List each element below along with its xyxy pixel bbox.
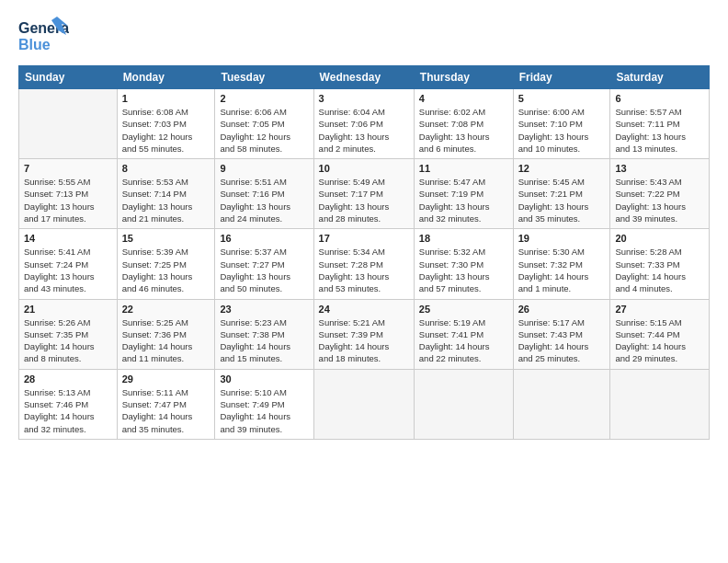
calendar-cell: 23Sunrise: 5:23 AM Sunset: 7:38 PM Dayli… xyxy=(215,299,313,369)
calendar-cell: 10Sunrise: 5:49 AM Sunset: 7:17 PM Dayli… xyxy=(313,159,414,229)
calendar-cell: 18Sunrise: 5:32 AM Sunset: 7:30 PM Dayli… xyxy=(414,229,513,299)
day-info: Sunrise: 5:49 AM Sunset: 7:17 PM Dayligh… xyxy=(319,176,409,224)
day-info: Sunrise: 5:23 AM Sunset: 7:38 PM Dayligh… xyxy=(220,316,308,365)
day-number: 27 xyxy=(615,304,704,315)
day-number: 6 xyxy=(615,93,704,104)
day-number: 19 xyxy=(518,233,606,244)
calendar-week-1: 1Sunrise: 6:08 AM Sunset: 7:03 PM Daylig… xyxy=(19,89,710,159)
day-info: Sunrise: 5:30 AM Sunset: 7:32 PM Dayligh… xyxy=(518,246,606,294)
day-number: 29 xyxy=(122,373,210,385)
day-number: 21 xyxy=(24,304,112,315)
day-number: 12 xyxy=(518,163,606,174)
calendar-cell: 17Sunrise: 5:34 AM Sunset: 7:28 PM Dayli… xyxy=(313,229,414,299)
svg-text:Blue: Blue xyxy=(18,37,51,52)
day-number: 17 xyxy=(319,233,409,244)
calendar-cell xyxy=(19,89,118,159)
day-number: 7 xyxy=(24,163,112,174)
logo-icon: GeneralBlue xyxy=(18,15,69,56)
day-info: Sunrise: 6:04 AM Sunset: 7:06 PM Dayligh… xyxy=(319,106,409,155)
calendar-cell: 12Sunrise: 5:45 AM Sunset: 7:21 PM Dayli… xyxy=(513,159,610,229)
calendar-cell: 24Sunrise: 5:21 AM Sunset: 7:39 PM Dayli… xyxy=(313,299,414,369)
day-number: 3 xyxy=(319,93,409,104)
header-cell-saturday: Saturday xyxy=(610,66,710,89)
day-info: Sunrise: 5:39 AM Sunset: 7:25 PM Dayligh… xyxy=(122,246,210,294)
day-info: Sunrise: 6:08 AM Sunset: 7:03 PM Dayligh… xyxy=(122,106,210,155)
calendar-cell: 29Sunrise: 5:11 AM Sunset: 7:47 PM Dayli… xyxy=(117,369,215,439)
calendar-cell: 28Sunrise: 5:13 AM Sunset: 7:46 PM Dayli… xyxy=(19,369,118,439)
day-info: Sunrise: 6:06 AM Sunset: 7:05 PM Dayligh… xyxy=(220,106,308,155)
day-info: Sunrise: 5:25 AM Sunset: 7:36 PM Dayligh… xyxy=(122,316,210,365)
calendar-cell: 19Sunrise: 5:30 AM Sunset: 7:32 PM Dayli… xyxy=(513,229,610,299)
calendar-cell: 21Sunrise: 5:26 AM Sunset: 7:35 PM Dayli… xyxy=(19,299,118,369)
day-info: Sunrise: 5:55 AM Sunset: 7:13 PM Dayligh… xyxy=(24,176,112,224)
day-info: Sunrise: 5:43 AM Sunset: 7:22 PM Dayligh… xyxy=(615,176,704,224)
calendar-header-row: SundayMondayTuesdayWednesdayThursdayFrid… xyxy=(19,66,710,89)
header-cell-wednesday: Wednesday xyxy=(313,66,414,89)
day-info: Sunrise: 5:34 AM Sunset: 7:28 PM Dayligh… xyxy=(319,246,409,294)
day-info: Sunrise: 5:19 AM Sunset: 7:41 PM Dayligh… xyxy=(419,316,508,365)
day-number: 18 xyxy=(419,233,508,244)
day-number: 22 xyxy=(122,304,210,315)
calendar-cell: 16Sunrise: 5:37 AM Sunset: 7:27 PM Dayli… xyxy=(215,229,313,299)
calendar-cell: 3Sunrise: 6:04 AM Sunset: 7:06 PM Daylig… xyxy=(313,89,414,159)
day-info: Sunrise: 5:32 AM Sunset: 7:30 PM Dayligh… xyxy=(419,246,508,294)
header-cell-thursday: Thursday xyxy=(414,66,513,89)
day-info: Sunrise: 5:21 AM Sunset: 7:39 PM Dayligh… xyxy=(319,316,409,365)
day-info: Sunrise: 5:53 AM Sunset: 7:14 PM Dayligh… xyxy=(122,176,210,224)
day-info: Sunrise: 5:37 AM Sunset: 7:27 PM Dayligh… xyxy=(220,246,308,294)
day-number: 11 xyxy=(419,163,508,174)
day-number: 5 xyxy=(518,93,606,104)
calendar-week-2: 7Sunrise: 5:55 AM Sunset: 7:13 PM Daylig… xyxy=(19,159,710,229)
calendar-cell xyxy=(513,369,610,439)
calendar-cell: 15Sunrise: 5:39 AM Sunset: 7:25 PM Dayli… xyxy=(117,229,215,299)
calendar-cell: 20Sunrise: 5:28 AM Sunset: 7:33 PM Dayli… xyxy=(610,229,710,299)
calendar-cell: 25Sunrise: 5:19 AM Sunset: 7:41 PM Dayli… xyxy=(414,299,513,369)
logo: GeneralBlue xyxy=(18,15,69,56)
calendar-cell: 4Sunrise: 6:02 AM Sunset: 7:08 PM Daylig… xyxy=(414,89,513,159)
day-info: Sunrise: 5:10 AM Sunset: 7:49 PM Dayligh… xyxy=(220,386,308,435)
day-info: Sunrise: 5:28 AM Sunset: 7:33 PM Dayligh… xyxy=(615,246,704,294)
day-info: Sunrise: 5:41 AM Sunset: 7:24 PM Dayligh… xyxy=(24,246,112,294)
day-number: 25 xyxy=(419,304,508,315)
calendar-cell: 6Sunrise: 5:57 AM Sunset: 7:11 PM Daylig… xyxy=(610,89,710,159)
header-cell-tuesday: Tuesday xyxy=(215,66,313,89)
day-number: 13 xyxy=(615,163,704,174)
calendar-cell: 22Sunrise: 5:25 AM Sunset: 7:36 PM Dayli… xyxy=(117,299,215,369)
day-number: 30 xyxy=(220,373,308,385)
day-info: Sunrise: 5:57 AM Sunset: 7:11 PM Dayligh… xyxy=(615,106,704,155)
header-cell-friday: Friday xyxy=(513,66,610,89)
header: GeneralBlue xyxy=(18,15,710,56)
calendar-week-4: 21Sunrise: 5:26 AM Sunset: 7:35 PM Dayli… xyxy=(19,299,710,369)
calendar-cell: 8Sunrise: 5:53 AM Sunset: 7:14 PM Daylig… xyxy=(117,159,215,229)
day-number: 9 xyxy=(220,163,308,174)
calendar-cell: 27Sunrise: 5:15 AM Sunset: 7:44 PM Dayli… xyxy=(610,299,710,369)
calendar-cell: 26Sunrise: 5:17 AM Sunset: 7:43 PM Dayli… xyxy=(513,299,610,369)
calendar-cell: 2Sunrise: 6:06 AM Sunset: 7:05 PM Daylig… xyxy=(215,89,313,159)
day-info: Sunrise: 5:26 AM Sunset: 7:35 PM Dayligh… xyxy=(24,316,112,365)
day-info: Sunrise: 5:15 AM Sunset: 7:44 PM Dayligh… xyxy=(615,316,704,365)
calendar-week-5: 28Sunrise: 5:13 AM Sunset: 7:46 PM Dayli… xyxy=(19,369,710,439)
day-number: 26 xyxy=(518,304,606,315)
calendar-cell xyxy=(313,369,414,439)
day-number: 24 xyxy=(319,304,409,315)
day-number: 4 xyxy=(419,93,508,104)
day-info: Sunrise: 5:45 AM Sunset: 7:21 PM Dayligh… xyxy=(518,176,606,224)
day-info: Sunrise: 5:11 AM Sunset: 7:47 PM Dayligh… xyxy=(122,386,210,435)
day-info: Sunrise: 5:51 AM Sunset: 7:16 PM Dayligh… xyxy=(220,176,308,224)
day-info: Sunrise: 5:13 AM Sunset: 7:46 PM Dayligh… xyxy=(24,386,112,435)
calendar-cell: 14Sunrise: 5:41 AM Sunset: 7:24 PM Dayli… xyxy=(19,229,118,299)
calendar-cell: 9Sunrise: 5:51 AM Sunset: 7:16 PM Daylig… xyxy=(215,159,313,229)
day-number: 10 xyxy=(319,163,409,174)
calendar-cell: 5Sunrise: 6:00 AM Sunset: 7:10 PM Daylig… xyxy=(513,89,610,159)
calendar-cell: 7Sunrise: 5:55 AM Sunset: 7:13 PM Daylig… xyxy=(19,159,118,229)
calendar-cell: 11Sunrise: 5:47 AM Sunset: 7:19 PM Dayli… xyxy=(414,159,513,229)
calendar-table: SundayMondayTuesdayWednesdayThursdayFrid… xyxy=(18,65,710,440)
calendar-week-3: 14Sunrise: 5:41 AM Sunset: 7:24 PM Dayli… xyxy=(19,229,710,299)
day-number: 20 xyxy=(615,233,704,244)
day-info: Sunrise: 5:47 AM Sunset: 7:19 PM Dayligh… xyxy=(419,176,508,224)
day-number: 8 xyxy=(122,163,210,174)
header-cell-monday: Monday xyxy=(117,66,215,89)
day-info: Sunrise: 6:02 AM Sunset: 7:08 PM Dayligh… xyxy=(419,106,508,155)
day-info: Sunrise: 6:00 AM Sunset: 7:10 PM Dayligh… xyxy=(518,106,606,155)
calendar-cell xyxy=(610,369,710,439)
